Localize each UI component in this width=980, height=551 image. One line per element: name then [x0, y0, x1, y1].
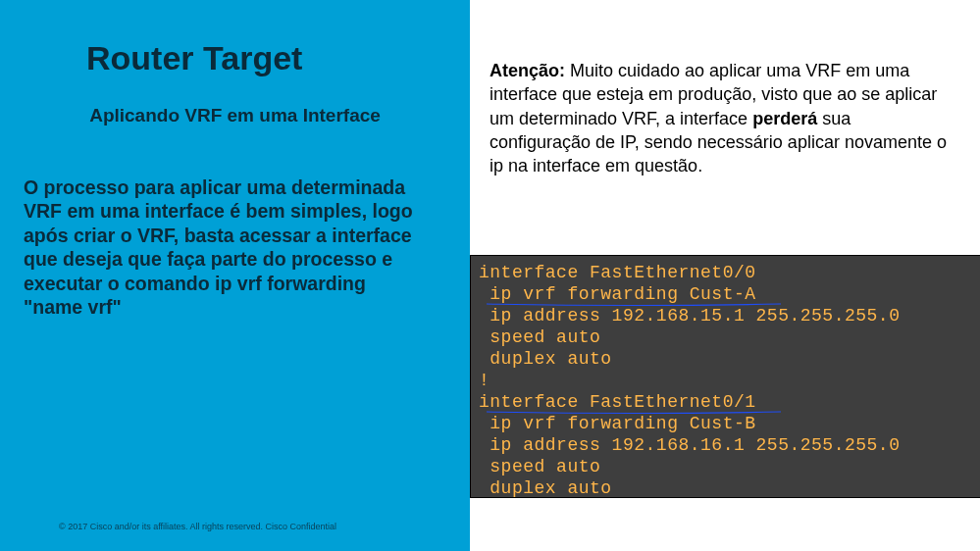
warning-bold: perderá [752, 109, 817, 128]
terminal-line: ip address 192.168.16.1 255.255.255.0 [479, 434, 972, 456]
terminal-line: duplex auto [479, 348, 972, 370]
terminal-line: ! [479, 370, 972, 391]
warning-label: Atenção: [490, 61, 565, 80]
terminal-line: interface FastEthernet0/1 [479, 391, 972, 413]
terminal-line: speed auto [479, 456, 972, 477]
warning-text: Atenção: Muito cuidado ao aplicar uma VR… [470, 0, 980, 177]
right-panel: Atenção: Muito cuidado ao aplicar uma VR… [470, 0, 980, 551]
terminal-line: ip address 192.168.15.1 255.255.255.0 [479, 305, 972, 326]
page-subtitle: Aplicando VRF em uma Interface [24, 105, 446, 126]
left-body-text: O processo para aplicar uma determinada … [24, 175, 446, 319]
terminal-line: duplex auto [479, 477, 972, 498]
terminal-line: ip vrf forwarding Cust-B [479, 413, 972, 434]
terminal-line: interface FastEthernet0/0 [479, 262, 972, 283]
terminal-output: interface FastEthernet0/0 ip vrf forward… [470, 255, 980, 498]
page-title: Router Target [86, 39, 446, 77]
copyright-text: © 2017 Cisco and/or its affiliates. All … [59, 522, 446, 531]
terminal-line: speed auto [479, 326, 972, 348]
terminal-line: ip vrf forwarding Cust-A [479, 283, 972, 305]
left-panel: Router Target Aplicando VRF em uma Inter… [0, 0, 470, 551]
